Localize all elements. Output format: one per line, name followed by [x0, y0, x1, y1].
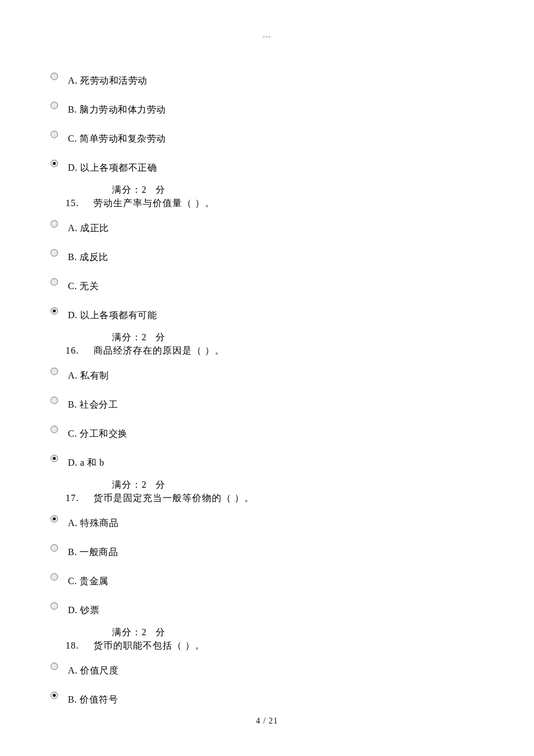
radio-unselected-icon[interactable] [50, 131, 58, 138]
option-row: D. 钞票 [50, 602, 534, 614]
radio-unselected-icon[interactable] [50, 544, 58, 552]
option-row: B. 社会分工 [50, 397, 534, 409]
option-row: A. 成正比 [50, 220, 534, 232]
option-row: B. 一般商品 [50, 544, 534, 556]
option-label: D. 钞票 [68, 602, 99, 617]
radio-unselected-icon[interactable] [50, 220, 58, 228]
option-label: A. 特殊商品 [68, 515, 118, 530]
radio-unselected-icon[interactable] [50, 278, 58, 286]
question-14-options-continued: A. 死劳动和活劳动 B. 脑力劳动和体力劳动 C. 简单劳动和复杂劳动 D. … [50, 73, 534, 210]
option-row: A. 死劳动和活劳动 [50, 73, 534, 85]
option-label: D. a 和 b [68, 455, 104, 469]
option-label: D. 以上各项都有可能 [68, 307, 157, 322]
radio-unselected-icon[interactable] [50, 573, 58, 581]
radio-unselected-icon[interactable] [50, 368, 58, 375]
option-label: A. 价值尺度 [68, 663, 118, 677]
question-stem: 15.劳动生产率与价值量（ ）。 [66, 197, 534, 210]
content-area: A. 死劳动和活劳动 B. 脑力劳动和体力劳动 C. 简单劳动和复杂劳动 D. … [0, 0, 534, 704]
option-row: C. 无关 [50, 278, 534, 290]
option-row: C. 分工和交换 [50, 426, 534, 438]
option-row: D. 以上各项都不正确 [50, 160, 534, 172]
option-row: B. 脑力劳动和体力劳动 [50, 102, 534, 114]
option-row: B. 成反比 [50, 249, 534, 261]
radio-unselected-icon[interactable] [50, 602, 58, 610]
score-line: 满分：2 分 [112, 627, 534, 639]
question-stem: 16.商品经济存在的原因是（ ）。 [66, 345, 534, 357]
option-row: D. 以上各项都有可能 [50, 307, 534, 319]
score-line: 满分：2 分 [112, 332, 534, 344]
radio-selected-icon[interactable] [50, 515, 58, 523]
option-label: B. 一般商品 [68, 544, 118, 559]
option-label: C. 分工和交换 [68, 426, 128, 440]
question-stem: 17.货币是固定充当一般等价物的（ ）。 [66, 492, 534, 505]
radio-unselected-icon[interactable] [50, 426, 58, 433]
option-label: A. 私有制 [68, 368, 109, 382]
option-row: C. 简单劳动和复杂劳动 [50, 131, 534, 143]
option-row: A. 特殊商品 [50, 515, 534, 527]
option-label: B. 脑力劳动和体力劳动 [68, 102, 166, 116]
option-label: B. 社会分工 [68, 397, 118, 411]
radio-selected-icon[interactable] [50, 307, 58, 315]
question-17-options: A. 特殊商品 B. 一般商品 C. 贵金属 D. 钞票 满分：2 分 18.货… [50, 515, 534, 652]
question-15-options: A. 成正比 B. 成反比 C. 无关 D. 以上各项都有可能 满分：2 分 1… [50, 220, 534, 357]
radio-unselected-icon[interactable] [50, 73, 58, 80]
radio-selected-icon[interactable] [50, 455, 58, 462]
option-row: A. 私有制 [50, 368, 534, 380]
option-label: B. 成反比 [68, 249, 109, 264]
page-number: 4 / 21 [256, 717, 278, 726]
radio-selected-icon[interactable] [50, 160, 58, 167]
score-line: 满分：2 分 [112, 479, 534, 491]
option-row: D. a 和 b [50, 455, 534, 467]
option-label: C. 简单劳动和复杂劳动 [68, 131, 166, 145]
score-line: 满分：2 分 [112, 184, 534, 196]
question-18-options: A. 价值尺度 B. 价值符号 [50, 663, 534, 704]
option-label: C. 无关 [68, 278, 99, 293]
radio-selected-icon[interactable] [50, 692, 58, 699]
question-stem: 18.货币的职能不包括（ ）。 [66, 640, 534, 652]
option-label: A. 死劳动和活劳动 [68, 73, 147, 87]
option-label: A. 成正比 [68, 220, 109, 235]
radio-unselected-icon[interactable] [50, 249, 58, 257]
radio-unselected-icon[interactable] [50, 663, 58, 670]
option-row: B. 价值符号 [50, 692, 534, 704]
header-mark: --- [263, 33, 272, 41]
option-label: C. 贵金属 [68, 573, 109, 588]
option-label: B. 价值符号 [68, 692, 118, 706]
option-row: A. 价值尺度 [50, 663, 534, 675]
radio-unselected-icon[interactable] [50, 102, 58, 109]
radio-unselected-icon[interactable] [50, 397, 58, 404]
option-label: D. 以上各项都不正确 [68, 160, 157, 174]
question-16-options: A. 私有制 B. 社会分工 C. 分工和交换 D. a 和 b 满分：2 分 … [50, 368, 534, 505]
option-row: C. 贵金属 [50, 573, 534, 585]
